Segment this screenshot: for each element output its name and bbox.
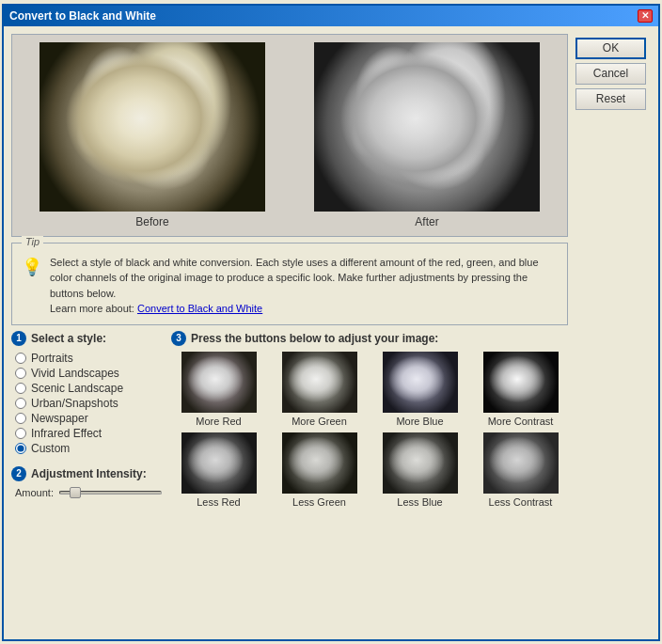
- less-blue-button[interactable]: Less Blue: [372, 432, 467, 508]
- more-green-thumb: [282, 352, 357, 413]
- adjustment-label: Adjustment Intensity:: [31, 467, 147, 480]
- press-section: 3 Press the buttons below to adjust your…: [171, 331, 568, 632]
- adjustment-section: 2 Adjustment Intensity: Amount:: [11, 466, 162, 498]
- bottom-section: 1 Select a style: Portraits Vivid Landsc…: [11, 331, 568, 632]
- learn-more-text: Learn more about:: [50, 303, 134, 314]
- radio-infrared-effect-label: Infrared Effect: [31, 427, 102, 440]
- adjust-buttons-grid: More Red More Green More Blue More: [171, 352, 568, 508]
- before-preview: Before: [39, 42, 265, 228]
- before-label: Before: [135, 215, 168, 228]
- tip-link[interactable]: Convert to Black and White: [137, 303, 262, 314]
- amount-label: Amount:: [15, 487, 54, 498]
- tip-text: Select a style of black and white conver…: [50, 255, 558, 317]
- more-red-button[interactable]: More Red: [171, 352, 266, 427]
- radio-newspaper: Newspaper: [15, 412, 162, 425]
- adjustment-header: 2 Adjustment Intensity:: [11, 466, 162, 481]
- right-buttons: OK Cancel Reset: [575, 34, 651, 632]
- more-blue-button[interactable]: More Blue: [372, 352, 467, 427]
- before-image: [39, 42, 265, 212]
- radio-portraits-label: Portraits: [31, 352, 73, 365]
- press-label: Press the buttons below to adjust your i…: [191, 332, 438, 345]
- convert-bw-dialog: Convert to Black and White ✕ Before Afte…: [2, 4, 660, 641]
- ok-button[interactable]: OK: [575, 38, 646, 59]
- step-2-num: 2: [11, 466, 26, 481]
- after-image: [314, 42, 540, 212]
- radio-custom: Custom: [15, 442, 162, 455]
- more-contrast-label: More Contrast: [488, 416, 554, 427]
- less-contrast-label: Less Contrast: [489, 496, 553, 508]
- tip-body: Select a style of black and white conver…: [50, 257, 539, 299]
- title-bar: Convert to Black and White ✕: [4, 6, 658, 26]
- intensity-slider-track[interactable]: [59, 491, 162, 495]
- close-icon: ✕: [641, 10, 649, 21]
- less-red-button[interactable]: Less Red: [171, 432, 266, 508]
- cancel-button[interactable]: Cancel: [575, 63, 646, 85]
- step-3-num: 3: [171, 331, 186, 346]
- less-red-thumb: [181, 432, 257, 494]
- radio-vivid-landscapes-input[interactable]: [15, 368, 26, 379]
- radio-custom-label: Custom: [31, 442, 70, 455]
- style-radio-list: Portraits Vivid Landscapes Scenic Landsc…: [11, 352, 162, 455]
- preview-section: Before After: [11, 34, 568, 237]
- style-header: 1 Select a style:: [11, 331, 162, 346]
- radio-portraits-input[interactable]: [15, 353, 26, 364]
- less-green-button[interactable]: Less Green: [272, 432, 367, 508]
- less-blue-label: Less Blue: [397, 496, 442, 508]
- style-section: 1 Select a style: Portraits Vivid Landsc…: [11, 331, 162, 632]
- style-label: Select a style:: [31, 332, 106, 345]
- radio-urban-snapshots: Urban/Snapshots: [15, 397, 162, 410]
- radio-scenic-landscape-label: Scenic Landscape: [31, 382, 123, 395]
- radio-newspaper-input[interactable]: [15, 413, 26, 424]
- less-contrast-thumb: [483, 432, 559, 494]
- after-preview: After: [314, 42, 540, 228]
- radio-infrared-effect-input[interactable]: [15, 428, 26, 439]
- less-contrast-button[interactable]: Less Contrast: [473, 432, 568, 508]
- tip-title: Tip: [22, 236, 43, 247]
- less-green-label: Less Green: [292, 496, 346, 508]
- radio-vivid-landscapes-label: Vivid Landscapes: [31, 367, 119, 380]
- more-green-button[interactable]: More Green: [272, 352, 367, 427]
- reset-button[interactable]: Reset: [575, 88, 646, 110]
- radio-vivid-landscapes: Vivid Landscapes: [15, 367, 162, 380]
- lightbulb-icon: 💡: [22, 257, 42, 277]
- press-header: 3 Press the buttons below to adjust your…: [171, 331, 568, 346]
- radio-portraits: Portraits: [15, 352, 162, 365]
- after-label: After: [415, 215, 438, 228]
- more-red-thumb: [181, 352, 257, 413]
- less-green-thumb: [282, 432, 357, 494]
- less-red-label: Less Red: [197, 496, 240, 508]
- more-green-label: More Green: [292, 416, 347, 427]
- radio-scenic-landscape-input[interactable]: [15, 383, 26, 394]
- intensity-slider-thumb[interactable]: [70, 487, 81, 498]
- main-content: Before After Tip 💡 Select a style of bla…: [11, 34, 568, 632]
- close-button[interactable]: ✕: [638, 9, 653, 23]
- radio-newspaper-label: Newspaper: [31, 412, 88, 425]
- tip-section: Tip 💡 Select a style of black and white …: [11, 243, 568, 325]
- more-blue-thumb: [383, 352, 458, 413]
- more-blue-label: More Blue: [396, 416, 443, 427]
- amount-row: Amount:: [11, 487, 162, 498]
- radio-scenic-landscape: Scenic Landscape: [15, 382, 162, 395]
- radio-infrared-effect: Infrared Effect: [15, 427, 162, 440]
- more-contrast-button[interactable]: More Contrast: [473, 352, 568, 427]
- less-blue-thumb: [383, 432, 458, 494]
- dialog-title: Convert to Black and White: [9, 9, 156, 23]
- radio-urban-snapshots-label: Urban/Snapshots: [31, 397, 118, 410]
- radio-urban-snapshots-input[interactable]: [15, 398, 26, 409]
- more-red-label: More Red: [196, 416, 241, 427]
- radio-custom-input[interactable]: [15, 443, 26, 454]
- more-contrast-thumb: [483, 352, 559, 413]
- step-1-num: 1: [11, 331, 26, 346]
